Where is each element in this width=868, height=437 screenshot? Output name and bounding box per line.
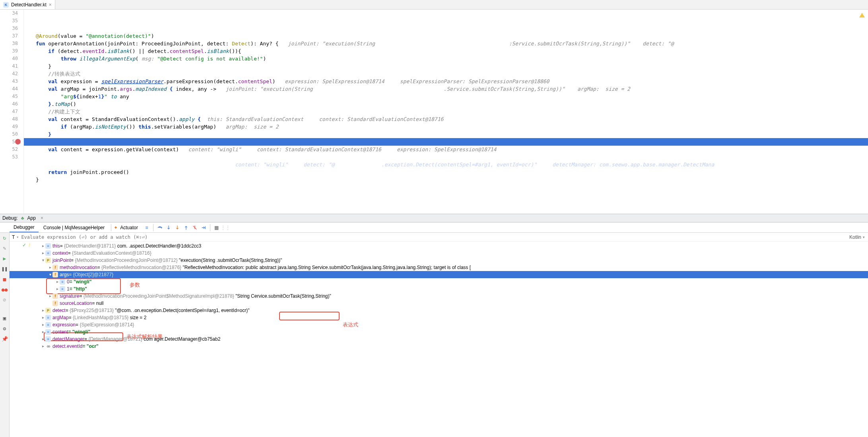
expand-arrow-icon[interactable]: ▸	[48, 293, 52, 300]
code-line[interactable]: val expression = spelExpressionParser.pa…	[36, 78, 868, 85]
variable-badge-icon: f	[52, 272, 58, 277]
drop-frame-icon[interactable]	[191, 224, 199, 232]
expand-arrow-icon[interactable]: ▾	[48, 271, 52, 278]
variable-row[interactable]: ▸oodetect.eventId = "ocr"	[10, 343, 868, 350]
variable-row[interactable]: ▸≡context = {StandardEvaluationContext@1…	[10, 250, 868, 257]
step-over-icon[interactable]	[156, 224, 164, 232]
variable-value: = "wingli"	[70, 278, 92, 285]
code-line[interactable]	[36, 153, 868, 161]
code-line[interactable]: }.toMap()	[36, 100, 868, 108]
variable-badge-icon: f	[52, 300, 58, 306]
language-selector[interactable]: Kotlin ▾	[846, 234, 868, 240]
expand-arrow-icon[interactable]: ▸	[41, 250, 45, 257]
variable-row[interactable]: ▸fsignature = {MethodInvocationProceedin…	[10, 293, 868, 300]
code-line[interactable]: }	[36, 176, 868, 183]
code-line[interactable]: @Around(value = "@annotation(detect)")	[36, 32, 868, 40]
variable-name: context	[52, 250, 68, 257]
expand-arrow-icon[interactable]: ▸	[41, 343, 45, 350]
code-line[interactable]: fun operatorAnnotation(joinPoint: Procee…	[36, 40, 868, 47]
evaluate-icon[interactable]: ▦	[213, 224, 221, 232]
trace-icon[interactable]: ⋮⋮	[221, 224, 229, 232]
camera-icon[interactable]: ▣	[2, 315, 8, 321]
variable-row[interactable]: ▸Pdetect = {$Proxy225@18713} "@com. .on.…	[10, 307, 868, 314]
line-number: 42	[0, 70, 18, 78]
variable-row[interactable]: ▸≡0 = "wingli"	[10, 278, 868, 285]
expand-arrow-icon[interactable]: ▸	[55, 285, 60, 293]
code-line[interactable]: val context = StandardEvaluationContext(…	[36, 115, 868, 123]
variable-row[interactable]: ▸≡1 = "http"	[10, 285, 868, 293]
code-line[interactable]: val argMap = joinPoint.args.mapIndexed {…	[36, 85, 868, 93]
variable-row[interactable]: fsourceLocation = null	[10, 300, 868, 307]
rerun-icon[interactable]: ↻	[2, 234, 8, 241]
expand-arrow-icon[interactable]: ▸	[55, 278, 60, 285]
variable-name: expression	[52, 321, 76, 328]
code-line[interactable]: //构建上下文	[36, 108, 868, 115]
layout-icon[interactable]: ≡	[143, 224, 151, 232]
pin-icon[interactable]: 📌	[2, 336, 8, 342]
stop-icon[interactable]: ■	[2, 276, 8, 282]
modify-icon[interactable]: ✎	[2, 245, 8, 251]
code-line[interactable]: return joinPoint.proceed()	[36, 168, 868, 176]
expand-arrow-icon[interactable]: ▸	[41, 336, 45, 343]
variable-name: sourceLocation	[60, 300, 92, 307]
resume-icon[interactable]: ▶	[2, 255, 8, 261]
variable-name: this	[52, 242, 60, 250]
variable-value: = {DetectHandler@18711} com. .aspect.Det…	[60, 242, 202, 250]
variable-row[interactable]: ▸≡detectManager = {DetectManager@18721} …	[10, 336, 868, 343]
code-line[interactable]: "arg${index+1}" to any	[36, 93, 868, 100]
editor-tab-active[interactable]: K DetectHandler.kt ×	[0, 0, 55, 9]
variable-badge-icon: ≡	[60, 286, 65, 292]
tab-console[interactable]: Console | MqMessageHelper	[39, 223, 109, 232]
variable-value: = {StandardEvaluationContext@18716}	[68, 250, 151, 257]
code-line[interactable]: throw illegalArgumentExp( msg: "@Detect …	[36, 55, 868, 62]
mute-breakpoints-icon[interactable]: ⊘	[2, 297, 8, 303]
variable-row[interactable]: ▾PjoinPoint = {MethodInvocationProceedin…	[10, 257, 868, 264]
expand-arrow-icon[interactable]: ▾	[41, 257, 45, 264]
pause-icon[interactable]: ❚❚	[2, 265, 8, 272]
expand-arrow-icon[interactable]: ▸	[41, 328, 45, 336]
code-line[interactable]: //转换表达式	[36, 70, 868, 78]
debug-close-icon[interactable]: ×	[41, 215, 43, 221]
separator	[210, 224, 210, 231]
variable-row[interactable]: ▾fargs = {Object[2]@21877}	[10, 271, 868, 278]
variable-row[interactable]: ▸≡content = "wingli"	[10, 328, 868, 336]
step-out-icon[interactable]	[182, 224, 190, 232]
variable-row[interactable]: ▸fmethodInvocation = {ReflectiveMethodIn…	[10, 264, 868, 271]
variable-row[interactable]: ▸≡argMap = {LinkedHashMap@18715} size = …	[10, 314, 868, 321]
line-number: 36	[0, 25, 18, 32]
variable-row[interactable]: ▸≡this = {DetectHandler@18711} com. .asp…	[10, 242, 868, 250]
expand-arrow-icon[interactable]: ▸	[41, 307, 45, 314]
code-line[interactable]: detectManager.matchExceptionally(detect.…	[36, 161, 868, 168]
tab-debugger[interactable]: Debugger	[10, 223, 39, 232]
expand-arrow-icon[interactable]: ▸	[41, 242, 45, 250]
debug-body: ↻ ✎ ▶ ❚❚ ■ ●● ⊘ ▣ ⚙ 📌 T ▾ Kotlin ▾	[0, 233, 868, 437]
code-line[interactable]: if (detect.eventId.isBlank() || detect.c…	[36, 47, 868, 55]
variables-tree[interactable]: ✓ ⤴ 参数 表达式 表达式解析结果 ▸≡this = {DetectHandl…	[10, 242, 868, 437]
variable-badge-icon: ≡	[45, 250, 51, 256]
variable-row[interactable]: ▸≡expression = {SpelExpression@18714}	[10, 321, 868, 328]
expand-arrow-icon[interactable]: ▸	[41, 314, 45, 321]
expand-arrow-icon[interactable]: ▸	[41, 321, 45, 328]
variable-value: = "http"	[70, 285, 87, 293]
settings-icon[interactable]: ⚙	[2, 325, 8, 332]
line-number: 40	[0, 55, 18, 62]
line-number: 38	[0, 40, 18, 47]
chevron-down-icon: ▾	[863, 235, 865, 239]
code-line[interactable]: val content = expression.getValue(contex…	[36, 146, 868, 153]
run-to-cursor-icon[interactable]	[200, 224, 208, 232]
code-line[interactable]: if (argMap.isNotEmpty()) this.setVariabl…	[36, 123, 868, 131]
close-icon[interactable]: ×	[49, 2, 52, 8]
step-into-icon[interactable]	[165, 224, 173, 232]
code-area[interactable]: @Around(value = "@annotation(detect)")fu…	[24, 10, 868, 214]
breakpoint-icon[interactable]	[15, 139, 21, 144]
code-line[interactable]: }	[36, 62, 868, 70]
code-line[interactable]: }	[36, 131, 868, 138]
view-breakpoints-icon[interactable]: ●●	[2, 286, 8, 293]
thread-label[interactable]: T	[12, 234, 16, 240]
tab-actuator[interactable]: Actuator	[120, 223, 142, 232]
evaluate-input[interactable]	[21, 234, 846, 240]
force-step-into-icon[interactable]	[173, 224, 181, 232]
warning-icon[interactable]	[859, 13, 865, 18]
expand-arrow-icon[interactable]: ▸	[48, 264, 52, 271]
chevron-down-icon[interactable]: ▾	[16, 235, 21, 239]
